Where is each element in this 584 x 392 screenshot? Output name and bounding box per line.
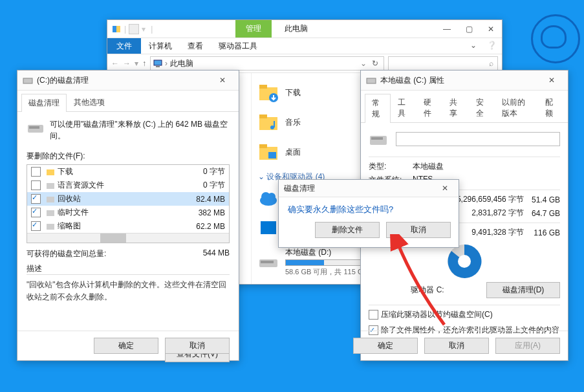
ribbon-tab-file[interactable]: 文件 (107, 38, 141, 54)
ribbon-tab-view[interactable]: 查看 (180, 38, 211, 54)
file-checkbox[interactable] (31, 208, 41, 217)
drive-caption: 驱动器 C: (369, 285, 486, 296)
file-icon (46, 195, 55, 204)
minimize-button[interactable]: — (436, 21, 458, 37)
tab-2[interactable]: 硬件 (416, 93, 442, 122)
svg-rect-2 (154, 60, 162, 65)
file-icon (46, 222, 55, 231)
gain-label: 可获得的磁盘空间总量: (27, 248, 106, 259)
svg-rect-12 (259, 144, 267, 148)
type-value: 本地磁盘 (413, 161, 444, 172)
cap-size: 116 GB (528, 228, 560, 237)
file-checkbox[interactable] (31, 194, 41, 204)
intro-text: 可以使用"磁盘清理"来释放 (C:) 上的 642 MB 磁盘空间。 (50, 118, 230, 142)
drive-icon (27, 118, 43, 136)
svg-rect-27 (47, 197, 54, 202)
nav-up[interactable]: ↑ (142, 59, 146, 68)
addressbar-dropdown[interactable]: ⌄ (360, 59, 367, 68)
tab-cleanup[interactable]: 磁盘清理 (21, 94, 67, 112)
drive-icon (258, 252, 279, 272)
help-icon[interactable]: ❔ (482, 38, 502, 54)
file-icon (46, 208, 55, 217)
folder-label: 桌面 (285, 147, 301, 158)
scrollbar-thumb[interactable] (100, 234, 126, 243)
tab-1[interactable]: 工具 (391, 93, 416, 122)
tab-0[interactable]: 常规 (365, 94, 391, 123)
svg-rect-8 (259, 114, 267, 118)
compress-checkbox[interactable] (369, 310, 378, 320)
svg-rect-5 (259, 85, 267, 89)
cancel-button[interactable]: 取消 (424, 338, 489, 354)
maximize-button[interactable]: ▢ (458, 21, 480, 37)
svg-rect-29 (47, 224, 54, 230)
drive-label: 本地磁盘 (D:) (285, 247, 369, 258)
windows-icon (258, 217, 279, 238)
close-button[interactable]: ✕ (541, 72, 563, 88)
disk-cleanup-button[interactable]: 磁盘清理(D) (486, 282, 560, 298)
svg-rect-18 (261, 221, 268, 227)
file-list-row[interactable]: 临时文件382 MB (27, 206, 229, 219)
file-size: 0 字节 (203, 166, 225, 177)
folder-desktop-icon (258, 142, 279, 162)
pc-icon (153, 59, 162, 68)
svg-rect-13 (268, 152, 276, 158)
confirm-dialog: 磁盘清理 ✕ 确实要永久删除这些文件吗? 删除文件 取消 (278, 179, 459, 248)
nav-history[interactable]: ▾ (135, 59, 138, 68)
ribbon-tab-computer[interactable]: 计算机 (141, 38, 180, 54)
addressbar[interactable]: › 此电脑 ⌄ ↻ (150, 56, 384, 71)
apply-button[interactable]: 应用(A) (495, 338, 560, 354)
dialog-title: (C:)的磁盘清理 (37, 75, 211, 86)
ok-button[interactable]: 确定 (94, 338, 158, 354)
svg-rect-19 (269, 221, 276, 227)
folder-music-icon (258, 112, 279, 133)
file-list-row[interactable]: 下载0 字节 (27, 165, 229, 179)
refresh-icon[interactable]: ↻ (372, 59, 378, 68)
file-checkbox[interactable] (31, 221, 41, 231)
file-size: 0 字节 (203, 180, 225, 191)
ok-button[interactable]: 确定 (353, 338, 418, 354)
file-icon (46, 168, 55, 177)
disk-cleanup-dialog: (C:)的磁盘清理 ✕ 磁盘清理 其他选项 可以使用"磁盘清理"来释放 (C:)… (17, 70, 239, 361)
svg-rect-22 (23, 78, 32, 83)
close-button[interactable]: ✕ (211, 72, 233, 88)
volume-name-input[interactable] (396, 132, 560, 146)
delete-files-button[interactable]: 删除文件 (315, 222, 380, 238)
ribbon-tab-manage[interactable]: 管理 (235, 20, 272, 38)
nav-fwd[interactable]: → (123, 59, 131, 68)
drive-icon (369, 129, 388, 149)
cancel-button[interactable]: 取消 (386, 222, 451, 238)
tab-5[interactable]: 以前的版本 (495, 93, 538, 122)
svg-rect-1 (116, 26, 120, 32)
svg-rect-10 (274, 121, 275, 127)
file-name: 回收站 (58, 193, 193, 204)
tab-3[interactable]: 共享 (442, 93, 468, 122)
folder-downloads-icon (258, 82, 279, 103)
file-list-row[interactable]: 回收站82.4 MB (27, 192, 229, 206)
nav-back[interactable]: ← (111, 59, 119, 68)
explorer-title: 此电脑 (285, 23, 308, 34)
qat-item[interactable] (129, 24, 139, 34)
breadcrumb[interactable]: 此电脑 (170, 58, 193, 69)
pie-chart (445, 242, 484, 281)
ribbon-tab-drives[interactable]: 驱动器工具 (211, 38, 265, 54)
file-icon (46, 181, 55, 190)
svg-rect-21 (261, 261, 274, 263)
search-box[interactable]: ⌕ (388, 56, 498, 71)
close-button[interactable]: ✕ (437, 180, 453, 196)
file-checkbox[interactable] (31, 180, 41, 190)
file-checkbox[interactable] (31, 167, 41, 177)
close-button[interactable]: ✕ (480, 21, 502, 37)
svg-point-34 (458, 255, 471, 268)
drive-sublabel: 58.6 GB 可用，共 115 G... (285, 267, 369, 277)
file-list-row[interactable]: 缩略图62.2 MB (27, 219, 229, 233)
ribbon-collapse[interactable]: ⌄ (465, 38, 482, 54)
folder-label: 音乐 (285, 117, 301, 128)
tab-6[interactable]: 配额 (538, 93, 564, 122)
type-label: 类型: (369, 161, 413, 172)
tab-other[interactable]: 其他选项 (67, 93, 112, 111)
svg-rect-28 (47, 210, 54, 216)
cancel-button[interactable]: 取消 (165, 338, 230, 354)
svg-rect-32 (371, 137, 383, 140)
file-list-row[interactable]: 语言资源文件0 字节 (27, 179, 229, 192)
tab-4[interactable]: 安全 (469, 93, 495, 122)
